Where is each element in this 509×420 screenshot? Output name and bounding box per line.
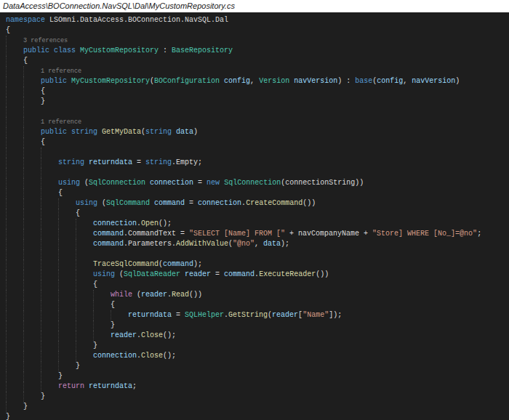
indent-guide: [41, 168, 58, 178]
code-line[interactable]: while (reader.Read()): [6, 290, 509, 300]
indent-guide: [58, 310, 76, 320]
code-line[interactable]: using (SqlConnection connection = new Sq…: [6, 178, 509, 188]
code-line[interactable]: }: [6, 97, 509, 107]
token-text: (: [97, 199, 106, 207]
code-line[interactable]: string returndata = string.Empty;: [6, 158, 509, 168]
codelens-line[interactable]: 1 reference: [6, 66, 509, 76]
indent-guide: [23, 249, 41, 259]
codelens-line[interactable]: 1 reference: [6, 117, 509, 127]
code-line[interactable]: using (SqlCommand command = connection.C…: [6, 198, 509, 209]
token-keyword: string: [145, 128, 172, 136]
code-line[interactable]: {: [6, 209, 509, 219]
token-text: LSOmni.DataAccess.BOConnection.NavSQL.Da…: [49, 16, 228, 24]
indent-guide: [76, 351, 93, 361]
indent-guide: [6, 402, 23, 412]
blank-line[interactable]: [6, 148, 509, 158]
code-line[interactable]: connection.Open();: [6, 219, 509, 229]
code-line[interactable]: {: [6, 280, 509, 290]
code-line[interactable]: }: [6, 402, 509, 412]
codelens-label: 3 references: [23, 37, 68, 44]
indent-guide: [6, 127, 23, 137]
code-line[interactable]: TraceSqlCommand(command);: [6, 259, 509, 270]
token-variable: command: [93, 230, 124, 238]
code-line[interactable]: public class MyCustomRepository : BaseRe…: [6, 46, 509, 56]
code-line[interactable]: connection.Close();: [6, 351, 509, 361]
blank-line[interactable]: [6, 249, 509, 259]
token-variable: reader: [141, 291, 167, 299]
code-line[interactable]: using (SqlDataReader reader = command.Ex…: [6, 270, 509, 280]
indent-guide: [23, 198, 41, 209]
token-text: ()): [302, 199, 316, 207]
indent-guide: [6, 239, 23, 249]
indent-guide: [58, 300, 76, 310]
codelens-label: 1 reference: [41, 68, 81, 75]
code-line[interactable]: }: [6, 371, 509, 381]
token-string: "SELECT [Name] FROM [": [189, 230, 285, 238]
indent-guide: [6, 158, 23, 168]
code-line[interactable]: {: [6, 86, 509, 97]
token-type: SqlCommand: [106, 199, 150, 207]
token-variable: command: [163, 260, 193, 268]
code-line[interactable]: public string GetMyData(string data): [6, 127, 509, 137]
token-text: );: [193, 260, 202, 268]
code-editor[interactable]: namespace LSOmni.DataAccess.BOConnection…: [0, 12, 509, 420]
token-variable: config: [224, 77, 250, 85]
code-line[interactable]: {: [6, 56, 509, 66]
code-line[interactable]: }: [6, 412, 509, 420]
indent-guide: [23, 351, 41, 361]
token-text: =: [185, 199, 198, 207]
indent-guide: [58, 351, 76, 361]
indent-guide: [41, 188, 58, 198]
token-text: {: [23, 57, 28, 65]
blank-line[interactable]: [6, 168, 509, 178]
token-method: GetMyData: [102, 128, 141, 136]
token-control-keyword: while: [111, 291, 132, 299]
code-line[interactable]: }: [6, 361, 509, 371]
file-path-header: DataAccess\BOConnection.NavSQL\Dal\MyCus…: [0, 0, 509, 12]
code-line[interactable]: {: [6, 137, 509, 148]
code-line[interactable]: returndata = SQLHelper.GetString(reader[…: [6, 310, 509, 320]
code-line[interactable]: public MyCustomRepository(BOConfiguratio…: [6, 76, 509, 86]
code-line[interactable]: command.CommandText = "SELECT [Name] FRO…: [6, 229, 509, 239]
code-line[interactable]: namespace LSOmni.DataAccess.BOConnection…: [6, 15, 509, 25]
token-text: }: [58, 372, 63, 380]
token-text: ,: [403, 77, 412, 85]
codelens-line[interactable]: 3 references: [6, 36, 509, 46]
token-variable: connection: [93, 352, 137, 360]
token-method: GetString: [228, 311, 268, 319]
indent-guide: [76, 331, 93, 341]
indent-guide: [58, 341, 76, 351]
token-method: Close: [141, 352, 163, 360]
code-line[interactable]: }: [6, 341, 509, 351]
token-method: AddWithValue: [176, 240, 228, 248]
token-text: :: [159, 47, 172, 54]
indent-guide: [58, 209, 76, 219]
indent-guide: [23, 259, 41, 270]
file-path: DataAccess\BOConnection.NavSQL\Dal\MyCus…: [3, 1, 235, 10]
code-line[interactable]: reader.Close();: [6, 331, 509, 341]
indent-guide: [6, 46, 23, 56]
token-text: .Empty;: [172, 158, 202, 166]
indent-guide: [23, 178, 41, 188]
indent-guide: [23, 290, 41, 300]
token-variable: reader: [111, 331, 137, 339]
code-line[interactable]: return returndata;: [6, 381, 509, 392]
token-text: }: [41, 97, 45, 105]
code-line[interactable]: }: [6, 320, 509, 331]
token-text: ) :: [337, 77, 355, 85]
indent-guide: [93, 300, 111, 310]
code-line[interactable]: {: [6, 25, 509, 36]
token-method: Close: [141, 331, 163, 339]
code-line[interactable]: }: [6, 392, 509, 402]
indent-guide: [23, 188, 41, 198]
code-line[interactable]: {: [6, 300, 509, 310]
code-line[interactable]: command.Parameters.AddWithValue("@no", d…: [6, 239, 509, 249]
token-variable: config: [377, 77, 403, 85]
token-type: BOConfiguration: [154, 77, 220, 85]
blank-line[interactable]: [6, 107, 509, 117]
token-string: "Store] WHERE [No_]=@no": [372, 230, 477, 238]
indent-guide: [76, 290, 93, 300]
indent-guide: [6, 310, 23, 320]
code-line[interactable]: {: [6, 188, 509, 198]
indent-guide: [23, 107, 41, 117]
